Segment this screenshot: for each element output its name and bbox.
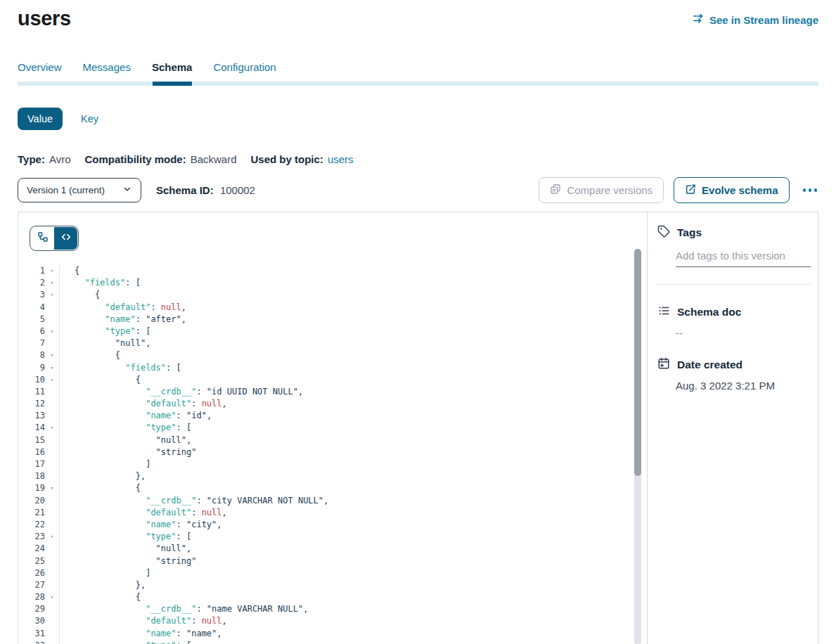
code-text: "name": "after",	[59, 314, 647, 326]
caret-spacer	[45, 398, 59, 410]
code-text: ]	[59, 567, 647, 579]
fold-caret-icon[interactable]: ▾	[45, 374, 59, 386]
active-tab-indicator	[153, 82, 192, 86]
code-text: "name": "name",	[59, 628, 647, 640]
code-text: {	[59, 265, 647, 277]
code-line: 2▾ "fields": [	[18, 277, 647, 289]
line-number: 22	[18, 519, 45, 531]
code-text: "default": null,	[59, 398, 647, 410]
fold-caret-icon[interactable]: ▾	[45, 289, 59, 301]
tab-overview[interactable]: Overview	[18, 61, 62, 73]
code-line: 22 "name": "city",	[18, 519, 647, 531]
code-text: "string"	[59, 446, 647, 458]
code-text: "default": null,	[59, 507, 647, 519]
more-options-button[interactable]	[802, 184, 819, 196]
line-number: 18	[18, 470, 45, 482]
compatibility-label: Compatibility mode:	[84, 153, 186, 165]
caret-spacer	[45, 434, 59, 446]
value-button[interactable]: Value	[18, 108, 63, 130]
line-number: 13	[18, 410, 45, 422]
fold-caret-icon[interactable]: ▾	[45, 422, 59, 434]
schema-doc-value: --	[676, 327, 811, 339]
caret-spacer	[45, 543, 59, 555]
caret-spacer	[45, 603, 59, 615]
code-text: "fields": [	[59, 277, 647, 289]
code-line: 9▾ "fields": [	[18, 362, 647, 374]
schema-code-pane: 1▾{2▾ "fields": [3▾ {4 "default": null,5…	[18, 212, 648, 644]
version-bar: Version 1 (current) Schema ID: 100002 Co…	[18, 177, 818, 203]
fold-caret-icon[interactable]: ▾	[45, 591, 59, 603]
line-number: 31	[18, 628, 45, 640]
tab-configuration[interactable]: Configuration	[213, 61, 276, 73]
schema-id-value: 100002	[220, 184, 255, 196]
line-number: 28	[18, 591, 45, 603]
code-line: 16 "string"	[18, 446, 647, 458]
code-text: "__crdb__": "id UUID NOT NULL",	[59, 386, 647, 398]
code-line: 17 ]	[18, 458, 647, 470]
code-line: 10▾ {	[18, 374, 647, 386]
tab-messages[interactable]: Messages	[83, 61, 131, 73]
line-number: 29	[18, 603, 45, 615]
caret-spacer	[45, 555, 59, 567]
code-text: "type": [	[59, 326, 647, 337]
list-icon	[657, 304, 670, 320]
code-text: {	[59, 374, 647, 386]
code-line: 32▾ "type": [	[18, 640, 647, 644]
code-text: "null",	[59, 434, 647, 446]
fold-caret-icon[interactable]: ▾	[45, 482, 59, 494]
fold-caret-icon[interactable]: ▾	[45, 531, 59, 543]
code-view-button[interactable]	[54, 227, 77, 250]
code-text: "type": [	[59, 640, 647, 644]
tree-view-icon	[37, 231, 49, 245]
fold-caret-icon[interactable]: ▾	[45, 277, 59, 289]
code-line: 19▾ {	[18, 482, 647, 494]
fold-caret-icon[interactable]: ▾	[45, 326, 59, 337]
fold-caret-icon[interactable]: ▾	[45, 640, 59, 644]
stream-lineage-link[interactable]: See in Stream lineage	[693, 13, 818, 27]
tab-bar: Overview Messages Schema Configuration	[18, 61, 818, 82]
line-number: 12	[18, 398, 45, 410]
key-button[interactable]: Key	[81, 113, 98, 124]
version-select[interactable]: Version 1 (current)	[18, 178, 141, 202]
code-line: 18 },	[18, 470, 647, 482]
code-line: 21 "default": null,	[18, 507, 647, 519]
line-number: 15	[18, 434, 45, 446]
evolve-schema-button[interactable]: Evolve schema	[674, 177, 789, 203]
schema-doc-heading: Schema doc	[677, 306, 741, 318]
code-line: 1▾{	[18, 265, 647, 277]
line-number: 30	[18, 615, 45, 627]
compare-versions-button[interactable]: Compare versions	[539, 177, 664, 203]
scrollbar-track[interactable]	[634, 249, 641, 644]
code-text: "null",	[59, 543, 647, 555]
caret-spacer	[45, 386, 59, 398]
fold-caret-icon[interactable]: ▾	[45, 349, 59, 361]
tags-input[interactable]	[676, 250, 811, 267]
fold-caret-icon[interactable]: ▾	[45, 362, 59, 374]
line-number: 17	[18, 458, 45, 470]
tab-track	[18, 82, 818, 86]
code-text: "name": "city",	[59, 519, 647, 531]
line-number: 26	[18, 567, 45, 579]
tab-schema[interactable]: Schema	[152, 61, 193, 73]
code-text: "default": null,	[59, 615, 647, 627]
code-text: "string"	[59, 555, 647, 567]
code-text: "fields": [	[59, 362, 647, 374]
calendar-plus-icon	[657, 357, 670, 373]
line-number: 5	[18, 314, 45, 326]
topic-link[interactable]: users	[328, 153, 354, 165]
caret-spacer	[45, 337, 59, 349]
line-number: 4	[18, 302, 45, 314]
viewer-toggle	[30, 226, 78, 250]
line-number: 7	[18, 337, 45, 349]
page-header: users See in Stream lineage	[18, 0, 818, 30]
fold-caret-icon[interactable]: ▾	[45, 265, 59, 277]
code-line: 13 "name": "id",	[18, 410, 647, 422]
scrollbar-thumb[interactable]	[634, 249, 641, 476]
line-number: 25	[18, 555, 45, 567]
caret-spacer	[45, 410, 59, 422]
code-line: 15 "null",	[18, 434, 647, 446]
caret-spacer	[45, 314, 59, 326]
code-line: 31 "name": "name",	[18, 628, 647, 640]
tree-view-button[interactable]	[31, 227, 54, 250]
code-text: {	[59, 482, 647, 494]
